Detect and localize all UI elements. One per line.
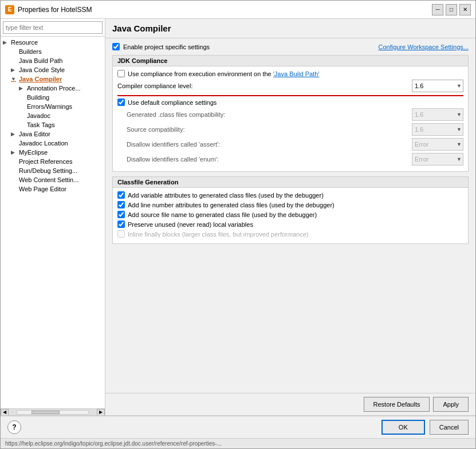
dialog-bottom: ? OK Cancel xyxy=(1,415,475,438)
classfile-item-2: Add source file name to generated class … xyxy=(117,211,463,218)
maximize-button[interactable]: □ xyxy=(446,4,457,15)
sidebar-item-myeclipse[interactable]: ▶ MyEclipse xyxy=(1,148,105,157)
use-compliance-row: Use compliance from execution environmen… xyxy=(117,70,463,77)
classfile-generation-section: Classfile Generation Add variable attrib… xyxy=(112,176,469,244)
filter-wrap xyxy=(1,19,105,37)
sidebar-item-java-editor[interactable]: ▶ Java Editor xyxy=(1,129,105,139)
dialog-buttons: OK Cancel xyxy=(381,420,469,435)
sidebar-item-java-compiler[interactable]: ▼ Java Compiler xyxy=(1,74,105,84)
app-icon: E xyxy=(5,5,14,14)
sidebar-item-project-references[interactable]: Project References xyxy=(1,157,105,166)
myeclipse-arrow: ▶ xyxy=(11,149,19,155)
source-compat-select-wrap: 1.6 ▼ xyxy=(412,123,463,136)
scroll-thumb xyxy=(32,411,60,414)
jdk-compliance-section: JDK Compliance Use compliance from execu… xyxy=(112,55,469,172)
sidebar-item-run-debug[interactable]: Run/Debug Setting... xyxy=(1,166,105,175)
sidebar-item-errors-warnings[interactable]: Errors/Warnings xyxy=(1,102,105,111)
close-button[interactable]: ✕ xyxy=(459,4,471,15)
red-underline xyxy=(117,95,463,96)
main-panel: Java Compiler Enable project specific se… xyxy=(105,19,475,415)
apply-button[interactable]: Apply xyxy=(433,397,469,412)
disallow-assert-select[interactable]: Error xyxy=(412,138,463,151)
compliance-level-select-wrap: 1.6 1.5 1.7 ▼ xyxy=(412,80,463,92)
use-default-compliance-checkbox[interactable] xyxy=(117,99,125,106)
source-compat-select[interactable]: 1.6 xyxy=(412,123,463,136)
java-compiler-label: Java Compiler xyxy=(19,76,62,82)
restore-defaults-button[interactable]: Restore Defaults xyxy=(364,397,430,412)
main-content: ▶ Resource Builders Java Build Path ▶ Ja… xyxy=(1,19,475,415)
panel-header: Java Compiler xyxy=(105,19,475,38)
generated-class-select-wrap: 1.6 ▼ xyxy=(412,108,463,121)
enable-specific-label: Enable project specific settings xyxy=(123,44,210,50)
classfile-item-1: Add line number attributes to generated … xyxy=(117,201,463,208)
disallow-assert-label: Disallow identifiers called 'assert': xyxy=(127,141,220,148)
disallow-enum-row: Disallow identifiers called 'enum': Erro… xyxy=(117,153,463,166)
ok-button[interactable]: OK xyxy=(381,420,425,435)
classfile-label-0: Add variable attributes to generated cla… xyxy=(128,192,324,199)
classfile-item-3: Preserve unused (never read) local varia… xyxy=(117,220,463,228)
resource-label: Resource xyxy=(11,39,38,46)
errors-warnings-label: Errors/Warnings xyxy=(27,103,72,110)
classfile-label-4: Inline finally blocks (larger class file… xyxy=(128,231,308,238)
sidebar-item-web-page-editor[interactable]: Web Page Editor xyxy=(1,184,105,194)
use-compliance-checkbox[interactable] xyxy=(117,70,125,77)
classfile-checkbox-2[interactable] xyxy=(117,211,125,218)
classfile-label-1: Add line number attributes to generated … xyxy=(128,202,335,208)
generated-class-row: Generated .class files compatibility: 1.… xyxy=(117,108,463,121)
classfile-checkbox-1[interactable] xyxy=(117,201,125,208)
scroll-left-arrow[interactable]: ◀ xyxy=(1,409,9,416)
classfile-checkbox-3[interactable] xyxy=(117,220,125,228)
compliance-level-row: Compiler compliance level: 1.6 1.5 1.7 ▼ xyxy=(117,80,463,92)
title-bar: E Properties for HotelSSM ─ □ ✕ xyxy=(1,1,475,19)
top-bar: Enable project specific settings Configu… xyxy=(112,43,469,50)
sidebar-item-javadoc[interactable]: Javadoc xyxy=(1,111,105,120)
window-controls: ─ □ ✕ xyxy=(432,4,471,15)
sidebar-scrollbar[interactable]: ◀ ▶ xyxy=(1,408,105,415)
minimize-button[interactable]: ─ xyxy=(432,4,443,15)
sidebar: ▶ Resource Builders Java Build Path ▶ Ja… xyxy=(1,19,105,415)
help-button[interactable]: ? xyxy=(7,420,21,434)
sidebar-item-java-build-path[interactable]: Java Build Path xyxy=(1,56,105,65)
task-tags-label: Task Tags xyxy=(27,121,55,128)
java-build-path-link[interactable]: 'Java Build Path' xyxy=(273,70,320,77)
disallow-enum-select[interactable]: Error xyxy=(412,153,463,166)
classfile-checkbox-0[interactable] xyxy=(117,191,125,199)
java-compiler-arrow: ▼ xyxy=(11,76,19,82)
classfile-checkbox-4[interactable] xyxy=(117,230,125,238)
sidebar-item-javadoc-location[interactable]: Javadoc Location xyxy=(1,139,105,148)
configure-workspace-link[interactable]: Configure Workspace Settings... xyxy=(378,44,469,50)
sidebar-item-building[interactable]: Building xyxy=(1,93,105,102)
enable-specific-checkbox[interactable] xyxy=(112,43,120,50)
java-editor-label: Java Editor xyxy=(19,131,50,137)
disallow-enum-select-wrap: Error ▼ xyxy=(412,153,463,166)
use-default-row: Use default compliance settings xyxy=(117,99,463,106)
sidebar-tree: ▶ Resource Builders Java Build Path ▶ Ja… xyxy=(1,37,105,408)
building-label: Building xyxy=(27,94,49,101)
filter-input[interactable] xyxy=(3,21,103,34)
generated-class-label: Generated .class files compatibility: xyxy=(127,111,225,118)
use-compliance-text: Use compliance from execution environmen… xyxy=(128,70,273,77)
panel-bottom-bar: Restore Defaults Apply xyxy=(105,393,475,415)
web-content-label: Web Content Settin... xyxy=(19,176,78,183)
properties-window: E Properties for HotelSSM ─ □ ✕ ▶ Resour… xyxy=(0,0,476,449)
sidebar-item-web-content[interactable]: Web Content Settin... xyxy=(1,175,105,184)
javadoc-label: Javadoc xyxy=(27,112,50,119)
jdk-compliance-body: Use compliance from execution environmen… xyxy=(113,66,468,171)
project-references-label: Project References xyxy=(19,158,73,165)
sidebar-item-builders[interactable]: Builders xyxy=(1,47,105,56)
scroll-right-arrow[interactable]: ▶ xyxy=(97,409,105,416)
source-compat-row: Source compatibility: 1.6 ▼ xyxy=(117,123,463,136)
disallow-assert-row: Disallow identifiers called 'assert': Er… xyxy=(117,138,463,151)
compliance-level-select[interactable]: 1.6 1.5 1.7 xyxy=(412,80,463,92)
status-bar: https://help.eclipse.org/indigo/topic/or… xyxy=(1,438,475,448)
sidebar-item-resource[interactable]: ▶ Resource xyxy=(1,38,105,47)
generated-class-select[interactable]: 1.6 xyxy=(412,108,463,121)
sidebar-item-java-code-style[interactable]: ▶ Java Code Style xyxy=(1,65,105,74)
javadoc-location-label: Javadoc Location xyxy=(19,140,68,147)
sidebar-item-annotation-proc[interactable]: ▶ Annotation Proce... xyxy=(1,84,105,93)
sidebar-item-task-tags[interactable]: Task Tags xyxy=(1,120,105,129)
cancel-button[interactable]: Cancel xyxy=(430,420,469,435)
java-code-style-arrow: ▶ xyxy=(11,67,19,73)
annotation-proc-arrow: ▶ xyxy=(19,85,27,91)
classfile-item-0: Add variable attributes to generated cla… xyxy=(117,191,463,199)
